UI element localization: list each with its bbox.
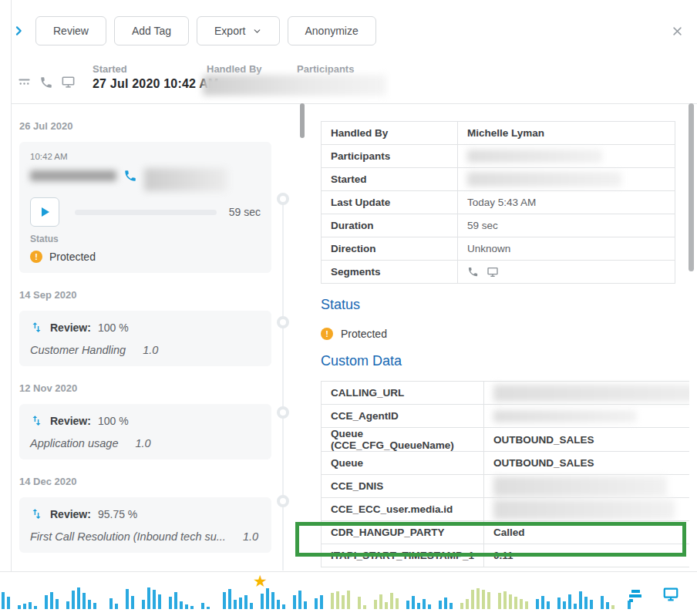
- waveform-bars[interactable]: [2, 581, 631, 609]
- timeline-panel: 26 Jul 2020 10:42 AM 59 sec Status ! Pro…: [12, 104, 300, 571]
- redacted-header-values: [203, 75, 386, 96]
- row-label: CDR_HANGUP_PARTY: [322, 521, 484, 544]
- row-label: Participants: [322, 145, 458, 168]
- row-value: [484, 405, 689, 428]
- header-started: Started 27 Jul 2020 10:42 AM: [93, 63, 219, 91]
- timeline-node: [277, 316, 289, 328]
- progress-bar[interactable]: [75, 210, 217, 215]
- warning-icon: !: [30, 251, 42, 263]
- redacted-value: [493, 385, 689, 402]
- recording-parties: [30, 168, 261, 196]
- custom-data-table: CALLING_URL CCE_AgentID Queue (CCE_CFG_Q…: [321, 381, 689, 567]
- close-icon[interactable]: [668, 22, 686, 40]
- review-score: 95.75 %: [98, 508, 137, 520]
- review-button[interactable]: Review: [35, 16, 106, 45]
- review-form-version: 1.0: [135, 437, 150, 449]
- redacted-agent-name: [30, 170, 116, 181]
- timeline-node: [277, 406, 289, 419]
- review-button-label: Review: [53, 25, 89, 37]
- row-value: Unknown: [458, 237, 675, 261]
- anonymize-button-label: Anonymize: [305, 25, 359, 37]
- export-button-label: Export: [214, 25, 245, 37]
- row-label: CCE_DNIS: [322, 475, 484, 498]
- table-row: Participants: [322, 145, 675, 168]
- row-value: Called: [484, 521, 689, 544]
- export-button[interactable]: Export: [197, 16, 279, 45]
- redacted-value: [493, 500, 675, 520]
- recording-duration: 59 sec: [229, 206, 261, 218]
- details-table: Handled ByMichelle Lyman Participants St…: [321, 121, 675, 284]
- redacted-value: [493, 410, 636, 422]
- add-tag-button-label: Add Tag: [132, 25, 171, 37]
- segments-view-icon[interactable]: [628, 589, 645, 606]
- review-label: Review:: [50, 321, 91, 334]
- redacted-value: [467, 172, 621, 187]
- table-row: Duration59 sec: [322, 214, 675, 237]
- status-value: Protected: [341, 328, 387, 340]
- row-value: [484, 382, 689, 405]
- review-swap-icon: [30, 414, 43, 427]
- anonymize-button[interactable]: Anonymize: [288, 16, 376, 45]
- add-tag-button[interactable]: Add Tag: [114, 16, 189, 45]
- table-row: CCE_AgentID: [322, 405, 690, 428]
- recording-card[interactable]: 10:42 AM 59 sec Status ! Protected: [19, 142, 271, 273]
- details-panel: Handled ByMichelle Lyman Participants St…: [305, 104, 689, 571]
- row-value: [458, 145, 675, 168]
- timeline-date: 26 Jul 2020: [19, 120, 300, 132]
- phone-icon: [123, 169, 137, 183]
- table-row: CCE_ECC_user.media.id: [322, 498, 690, 521]
- review-card[interactable]: Review: 100 % Application usage1.0: [19, 404, 271, 459]
- review-form-name: First Call Resolution (Inbound tech su..…: [30, 530, 226, 543]
- expand-chevron-icon[interactable]: [12, 25, 25, 37]
- warning-icon: !: [321, 328, 333, 340]
- timeline-node: [277, 193, 289, 205]
- row-label: Queue: [322, 452, 484, 475]
- redacted-contact-number: [144, 168, 227, 191]
- timeline-scrollbar[interactable]: [300, 103, 305, 138]
- timeline-node: [277, 495, 289, 507]
- timeline-date: 14 Sep 2020: [19, 289, 300, 301]
- row-value: Michelle Lyman: [458, 122, 675, 145]
- row-label: CCE_AgentID: [322, 405, 484, 428]
- table-row: CCE_DNIS: [322, 475, 690, 498]
- row-label: Started: [322, 168, 458, 191]
- review-form-name: Customer Handling: [30, 344, 126, 356]
- timeline-date: 14 Dec 2020: [19, 476, 300, 487]
- row-label: Queue (CCE_CFG_QueueName): [322, 428, 484, 452]
- row-label: CALLING_URL: [322, 382, 484, 405]
- row-label: Last Update: [322, 191, 458, 214]
- table-row: Queue (CCE_CFG_QueueName)OUTBOUND_SALES: [322, 428, 690, 452]
- table-row: ITAPI_START_TIMESTAMP_10.11: [322, 544, 690, 567]
- table-row: Started: [322, 168, 675, 191]
- custom-data-section-title: Custom Data: [321, 353, 689, 369]
- row-label: Direction: [322, 237, 458, 261]
- row-value: OUTBOUND_SALES: [484, 452, 689, 475]
- review-form-version: 1.0: [243, 530, 258, 543]
- row-value: [484, 498, 689, 521]
- row-label: CCE_ECC_user.media.id: [322, 498, 484, 521]
- started-label: Started: [93, 63, 219, 75]
- row-value: [458, 261, 675, 284]
- review-card[interactable]: Review: 95.75 % First Call Resolution (I…: [19, 497, 271, 553]
- waveform-strip: ★: [0, 571, 697, 616]
- review-form-version: 1.0: [143, 344, 158, 356]
- table-row: DirectionUnknown: [322, 237, 675, 261]
- review-score: 100 %: [98, 415, 129, 427]
- redacted-value: [467, 150, 602, 163]
- review-form-name: Application usage: [30, 437, 118, 449]
- review-swap-icon: [30, 507, 43, 520]
- review-card[interactable]: Review: 100 % Customer Handling1.0: [19, 311, 271, 366]
- status-value: Protected: [49, 251, 96, 263]
- redacted-value: [493, 476, 667, 497]
- status-badge: ! Protected: [321, 328, 689, 340]
- started-value: 27 Jul 2020 10:42 AM: [93, 77, 219, 91]
- row-label: Segments: [322, 261, 458, 284]
- details-scrollbar[interactable]: [689, 103, 694, 271]
- table-row: Segments: [322, 261, 675, 284]
- play-button[interactable]: [30, 197, 59, 227]
- table-row: QueueOUTBOUND_SALES: [322, 452, 690, 475]
- timeline-rail: [282, 199, 284, 571]
- review-label: Review:: [50, 415, 91, 427]
- screen-recording-icon[interactable]: [662, 586, 679, 606]
- screen-icon: [61, 75, 76, 89]
